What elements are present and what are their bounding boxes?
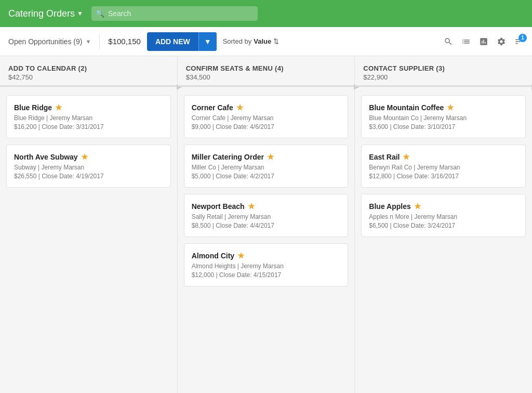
notification-badge: 1 bbox=[518, 34, 527, 42]
star-icon[interactable]: ★ bbox=[81, 152, 88, 162]
kanban-board: ADD TO CALENDAR (2)$42,750Blue Ridge★Blu… bbox=[0, 56, 532, 393]
list-view-icon[interactable] bbox=[461, 37, 471, 46]
cards-container-contact-supplier: Blue Mountain Coffee★Blue Mountain Co | … bbox=[355, 91, 532, 241]
column-divider-add-to-calendar bbox=[0, 85, 177, 87]
column-title-add-to-calendar: ADD TO CALENDAR (2) bbox=[8, 64, 169, 72]
filter-chevron: ▼ bbox=[85, 38, 91, 45]
card-title-text: Blue Mountain Coffee bbox=[369, 103, 444, 112]
list-item[interactable]: Miller Catering Order★Miller Co | Jeremy… bbox=[184, 145, 349, 188]
card-value: $5,000 | Close Date: 4/2/2017 bbox=[192, 173, 341, 180]
app-title[interactable]: Catering Orders ▼ bbox=[8, 8, 83, 19]
add-new-button[interactable]: ADD NEW ▼ bbox=[147, 32, 217, 51]
filter-icon[interactable]: 1 bbox=[514, 37, 524, 46]
sort-text: Sorted by bbox=[223, 37, 252, 45]
card-title-text: East Rail bbox=[369, 153, 400, 161]
card-title: East Rail★ bbox=[369, 152, 518, 162]
app-title-chevron: ▼ bbox=[77, 10, 83, 17]
search-input[interactable] bbox=[91, 6, 258, 21]
card-title-text: Blue Ridge bbox=[14, 103, 52, 112]
opportunities-filter[interactable]: Open Opportunities (9) ▼ bbox=[8, 37, 91, 46]
list-item[interactable]: Blue Apples★Apples n More | Jeremy Marsa… bbox=[361, 194, 526, 237]
list-item[interactable]: East Rail★Berwyn Rail Co | Jeremy Marsan… bbox=[361, 145, 526, 188]
column-contact-supplier: CONTACT SUPPLIER (3)$22,900Blue Mountain… bbox=[355, 56, 532, 393]
cards-container-add-to-calendar: Blue Ridge★Blue Ridge | Jeremy Marsan$16… bbox=[0, 91, 177, 192]
chart-icon[interactable] bbox=[479, 37, 488, 46]
list-item[interactable]: Almond City★Almond Heights | Jeremy Mars… bbox=[184, 243, 349, 286]
star-icon[interactable]: ★ bbox=[414, 202, 421, 211]
card-subtitle: Almond Heights | Jeremy Marsan bbox=[192, 263, 341, 270]
card-value: $9,000 | Close Date: 4/6/2017 bbox=[192, 123, 341, 130]
card-title-text: Blue Apples bbox=[369, 202, 410, 211]
column-divider-confirm-seats bbox=[178, 85, 355, 87]
list-item[interactable]: Newport Beach★Sally Retail | Jeremy Mars… bbox=[184, 194, 349, 237]
star-icon[interactable]: ★ bbox=[403, 152, 409, 162]
star-icon[interactable]: ★ bbox=[447, 103, 454, 112]
card-value: $12,800 | Close Date: 3/16/2017 bbox=[369, 173, 518, 180]
cards-container-confirm-seats: Corner Cafe★Corner Cafe | Jeremy Marsan$… bbox=[178, 91, 355, 291]
column-add-to-calendar: ADD TO CALENDAR (2)$42,750Blue Ridge★Blu… bbox=[0, 56, 178, 393]
toolbar: Open Opportunities (9) ▼ $100,150 ADD NE… bbox=[0, 27, 532, 56]
card-subtitle: Berwyn Rail Co | Jeremy Marsan bbox=[369, 164, 518, 171]
card-subtitle: Sally Retail | Jeremy Marsan bbox=[192, 213, 341, 220]
card-subtitle: Corner Cafe | Jeremy Marsan bbox=[192, 114, 341, 122]
star-icon[interactable]: ★ bbox=[55, 103, 62, 112]
list-item[interactable]: Blue Ridge★Blue Ridge | Jeremy Marsan$16… bbox=[6, 95, 171, 138]
column-header-confirm-seats: CONFIRM SEATS & MENU (4)$34,500 bbox=[178, 56, 355, 85]
card-title-text: Almond City bbox=[192, 252, 234, 260]
card-value: $3,600 | Close Date: 3/10/2017 bbox=[369, 123, 518, 130]
card-value: $26,550 | Close Date: 4/19/2017 bbox=[14, 173, 163, 180]
card-value: $6,500 | Close Date: 3/24/2017 bbox=[369, 222, 518, 229]
toolbar-divider bbox=[99, 34, 100, 49]
list-item[interactable]: North Ave Subway★Subway | Jeremy Marsan$… bbox=[6, 145, 171, 188]
card-title: North Ave Subway★ bbox=[14, 152, 163, 162]
column-title-contact-supplier: CONTACT SUPPLIER (3) bbox=[363, 64, 524, 72]
column-total-contact-supplier: $22,900 bbox=[363, 73, 524, 81]
card-value: $8,500 | Close Date: 4/4/2017 bbox=[192, 222, 341, 229]
list-item[interactable]: Corner Cafe★Corner Cafe | Jeremy Marsan$… bbox=[184, 95, 349, 138]
add-new-label: ADD NEW bbox=[147, 32, 198, 51]
card-title: Blue Ridge★ bbox=[14, 103, 163, 112]
star-icon[interactable]: ★ bbox=[237, 251, 244, 260]
card-title-text: Newport Beach bbox=[192, 202, 245, 211]
card-subtitle: Miller Co | Jeremy Marsan bbox=[192, 164, 341, 171]
app-title-text: Catering Orders bbox=[8, 8, 75, 19]
card-title-text: North Ave Subway bbox=[14, 153, 78, 161]
card-title: Blue Apples★ bbox=[369, 202, 518, 211]
column-divider-contact-supplier bbox=[355, 85, 532, 87]
column-header-contact-supplier: CONTACT SUPPLIER (3)$22,900 bbox=[355, 56, 532, 85]
toolbar-icons: 1 bbox=[444, 37, 524, 46]
card-subtitle: Subway | Jeremy Marsan bbox=[14, 164, 163, 171]
card-title: Corner Cafe★ bbox=[192, 103, 341, 112]
card-title-text: Miller Catering Order bbox=[192, 153, 264, 161]
column-header-add-to-calendar: ADD TO CALENDAR (2)$42,750 bbox=[0, 56, 177, 85]
filter-label: Open Opportunities (9) bbox=[8, 37, 82, 46]
column-confirm-seats: CONFIRM SEATS & MENU (4)$34,500Corner Ca… bbox=[178, 56, 355, 393]
search-icon: 🔍 bbox=[96, 9, 104, 18]
total-value: $100,150 bbox=[108, 37, 141, 46]
card-value: $16,200 | Close Date: 3/31/2017 bbox=[14, 123, 163, 130]
star-icon[interactable]: ★ bbox=[267, 152, 274, 162]
add-new-dropdown[interactable]: ▼ bbox=[198, 32, 217, 51]
top-nav: Catering Orders ▼ 🔍 bbox=[0, 0, 532, 27]
card-title: Newport Beach★ bbox=[192, 202, 341, 211]
card-title-text: Corner Cafe bbox=[192, 103, 233, 112]
card-title: Blue Mountain Coffee★ bbox=[369, 103, 518, 112]
search-toolbar-icon[interactable] bbox=[444, 37, 453, 46]
card-title: Miller Catering Order★ bbox=[192, 152, 341, 162]
settings-icon[interactable] bbox=[497, 37, 506, 46]
list-item[interactable]: Blue Mountain Coffee★Blue Mountain Co | … bbox=[361, 95, 526, 138]
card-subtitle: Blue Ridge | Jeremy Marsan bbox=[14, 114, 163, 122]
card-title: Almond City★ bbox=[192, 251, 341, 260]
card-subtitle: Apples n More | Jeremy Marsan bbox=[369, 213, 518, 220]
sort-icon: ⇅ bbox=[273, 37, 279, 45]
column-total-add-to-calendar: $42,750 bbox=[8, 73, 169, 81]
column-title-confirm-seats: CONFIRM SEATS & MENU (4) bbox=[186, 64, 347, 72]
search-wrapper: 🔍 bbox=[91, 6, 258, 21]
star-icon[interactable]: ★ bbox=[236, 103, 243, 112]
star-icon[interactable]: ★ bbox=[248, 202, 255, 211]
card-value: $12,000 | Close Date: 4/15/2017 bbox=[192, 271, 341, 279]
column-total-confirm-seats: $34,500 bbox=[186, 73, 347, 81]
sort-control[interactable]: Sorted by Value ⇅ bbox=[223, 37, 280, 45]
sort-field: Value bbox=[254, 37, 271, 45]
card-subtitle: Blue Mountain Co | Jeremy Marsan bbox=[369, 114, 518, 122]
